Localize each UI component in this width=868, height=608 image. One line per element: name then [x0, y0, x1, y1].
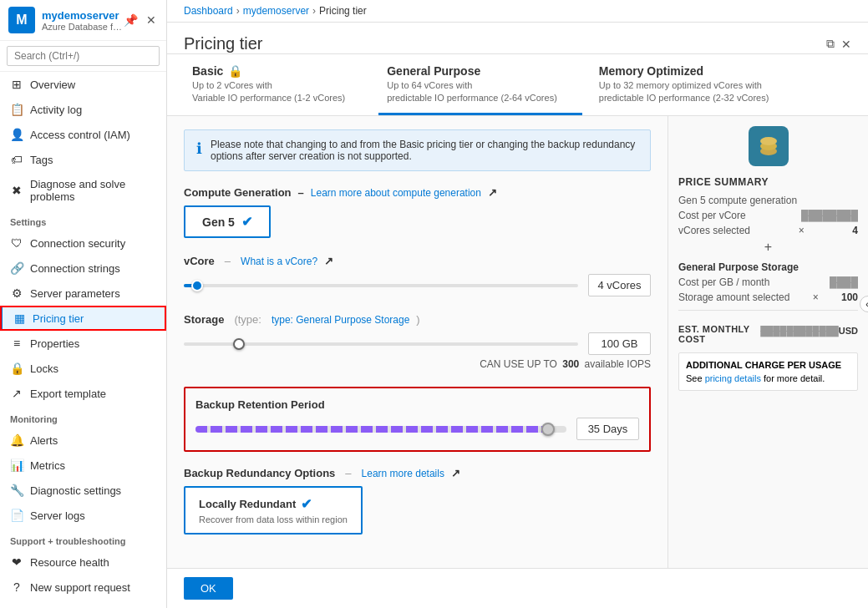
sidebar-search-container — [0, 41, 166, 72]
locally-redundant-option[interactable]: Locally Redundant ✔ Recover from data lo… — [184, 486, 363, 535]
sidebar-item-label: Metrics — [30, 459, 65, 472]
vcore-slider-track[interactable] — [184, 284, 578, 287]
sidebar-item-label: Diagnostic settings — [30, 484, 121, 497]
breadcrumb: Dashboard › mydemoserver › Pricing tier — [167, 0, 868, 23]
compute-generation-section: Compute Generation – Learn more about co… — [184, 186, 651, 238]
vcores-selected-row: vCores selected × 4 — [678, 225, 858, 236]
new-support-icon: ? — [10, 580, 23, 594]
storage-slider-thumb[interactable] — [233, 338, 245, 350]
sidebar-item-connection-strings[interactable]: 🔗 Connection strings — [0, 256, 166, 281]
storage-value-box: 100 GB — [588, 332, 651, 355]
sidebar-item-label: Connection strings — [30, 262, 120, 275]
search-input[interactable] — [7, 46, 160, 66]
sidebar-item-server-logs[interactable]: 📄 Server logs — [0, 503, 166, 528]
redundancy-link[interactable]: Learn more details — [362, 468, 444, 479]
tab-general-purpose[interactable]: General Purpose Up to 64 vCores with pre… — [378, 54, 582, 115]
sidebar-item-access-control[interactable]: 👤 Access control (IAM) — [0, 122, 166, 147]
breadcrumb-sep-2: › — [312, 5, 316, 17]
compute-generation-label: Compute Generation – Learn more about co… — [184, 186, 651, 199]
compute-generation-link[interactable]: Learn more about compute generation — [311, 187, 481, 199]
storage-type-sep: (type: — [234, 313, 261, 326]
access-control-icon: 👤 — [10, 128, 23, 141]
sidebar-item-new-support[interactable]: ? New support request — [0, 575, 166, 600]
sidebar-item-metrics[interactable]: 📊 Metrics — [0, 453, 166, 478]
sidebar-nav: ⊞ Overview 📋 Activity log 👤 Access contr… — [0, 72, 166, 608]
server-name: mydemoserver — [42, 9, 122, 22]
info-icon: ℹ — [196, 139, 202, 158]
cost-per-vcore-label: Cost per vCore — [678, 210, 746, 221]
backup-retention-section: Backup Retention Period 35 Days — [184, 387, 651, 452]
sidebar-item-properties[interactable]: ≡ Properties — [0, 331, 166, 356]
breadcrumb-sep-1: › — [236, 5, 240, 17]
sep-dash: – — [298, 186, 304, 199]
close-panel-button[interactable]: ✕ — [841, 38, 851, 51]
connection-strings-icon: 🔗 — [10, 261, 23, 275]
cost-per-gb-label: Cost per GB / month — [678, 276, 769, 288]
tab-memory-optimized-desc2: predictable IO performance (2-32 vCores) — [599, 93, 769, 103]
est-monthly-row: EST. MONTHLY COST ████████████ USD — [678, 317, 858, 344]
tab-memory-optimized[interactable]: Memory Optimized Up to 32 memory optimiz… — [591, 54, 794, 115]
sidebar-item-diagnose[interactable]: ✖ Diagnose and solve problems — [0, 172, 166, 209]
multiply-symbol: × — [799, 225, 805, 236]
sidebar-item-locks[interactable]: 🔒 Locks — [0, 356, 166, 381]
sidebar-item-diagnostic-settings[interactable]: 🔧 Diagnostic settings — [0, 478, 166, 503]
pricing-details-link[interactable]: pricing details — [705, 373, 761, 383]
cost-per-vcore-row: Cost per vCore ████████ — [678, 210, 858, 221]
connection-security-icon: 🛡 — [10, 236, 23, 250]
compute-gen-label: Gen 5 compute generation — [678, 195, 797, 206]
page-title: Pricing tier — [184, 34, 262, 53]
backup-slider-thumb[interactable] — [541, 423, 555, 436]
sidebar-item-label: Access control (IAM) — [30, 129, 130, 141]
sidebar-item-pricing-tier[interactable]: ▦ Pricing tier — [0, 306, 166, 331]
tab-basic-desc1: Up to 2 vCores with — [192, 80, 345, 90]
storage-type-link[interactable]: type: General Purpose Storage — [272, 314, 409, 326]
sidebar-item-overview[interactable]: ⊞ Overview — [0, 72, 166, 97]
ok-button[interactable]: OK — [184, 577, 233, 600]
additional-charge-suffix: for more detail. — [764, 373, 825, 383]
sidebar-item-alerts[interactable]: 🔔 Alerts — [0, 428, 166, 453]
close-sidebar-button[interactable]: ✕ — [145, 12, 158, 28]
properties-icon: ≡ — [10, 337, 23, 350]
activity-log-icon: 📋 — [10, 103, 23, 116]
locally-redundant-name: Locally Redundant ✔ — [199, 496, 348, 512]
sidebar-item-connection-security[interactable]: 🛡 Connection security — [0, 231, 166, 256]
storage-slider-track[interactable] — [184, 342, 578, 346]
sidebar-item-label: Connection security — [30, 237, 125, 250]
resource-health-icon: ❤ — [10, 555, 23, 569]
vcore-value-box: 4 vCores — [588, 274, 651, 296]
sidebar-item-activity-log[interactable]: 📋 Activity log — [0, 97, 166, 122]
additional-charge-body: See pricing details for more detail. — [686, 373, 850, 383]
backup-slider-track[interactable] — [195, 426, 566, 433]
vcore-link[interactable]: What is a vCore? — [241, 256, 317, 267]
sidebar-item-label: Export template — [30, 388, 106, 400]
tab-basic-desc2: Variable IO performance (1-2 vCores) — [192, 93, 345, 103]
gen5-option[interactable]: Gen 5 ✔ — [184, 205, 271, 238]
gen-selector: Gen 5 ✔ — [184, 205, 651, 238]
storage-slider-row: 100 GB — [184, 332, 651, 355]
sidebar-item-label: Properties — [30, 337, 79, 350]
vcore-external-link-icon: ↗ — [324, 255, 333, 267]
breadcrumb-dashboard[interactable]: Dashboard — [184, 5, 233, 17]
redundancy-sep-dash: – — [345, 467, 351, 479]
sidebar-item-resource-health[interactable]: ❤ Resource health — [0, 550, 166, 575]
sidebar-item-label: Server parameters — [30, 287, 120, 300]
sidebar-item-tags[interactable]: 🏷 Tags — [0, 147, 166, 172]
general-purpose-storage-title: General Purpose Storage — [678, 261, 858, 273]
storage-selected-row: Storage amount selected × 100 — [678, 291, 858, 303]
vcore-slider-thumb[interactable] — [191, 280, 203, 291]
breadcrumb-server[interactable]: mydemoserver — [243, 5, 309, 17]
iops-row: CAN USE UP TO 300 available IOPS — [184, 358, 651, 370]
tab-basic[interactable]: Basic 🔒 Up to 2 vCores with Variable IO … — [184, 54, 370, 115]
locally-redundant-check-icon: ✔ — [301, 496, 312, 512]
mariadb-icon — [755, 133, 782, 160]
sidebar-item-label: Alerts — [30, 434, 58, 447]
sidebar-item-server-parameters[interactable]: ⚙ Server parameters — [0, 281, 166, 306]
svg-point-2 — [760, 137, 777, 145]
sidebar-item-label: Activity log — [30, 104, 82, 116]
sidebar-item-export-template[interactable]: ↗ Export template — [0, 381, 166, 406]
tab-general-purpose-desc2: predictable IO performance (2-64 vCores) — [387, 93, 557, 103]
sidebar-title-area: mydemoserver Azure Database for MariaDB … — [42, 9, 122, 32]
pin-button[interactable]: 📌 — [122, 12, 140, 28]
sidebar-item-label: Resource health — [30, 556, 109, 569]
restore-window-button[interactable]: ⧉ — [826, 37, 835, 51]
